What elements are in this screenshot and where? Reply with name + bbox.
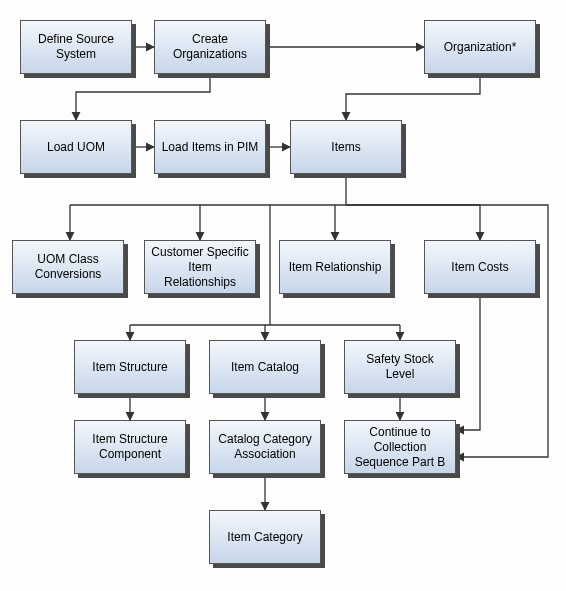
node-create-orgs: Create Organizations bbox=[154, 20, 266, 74]
node-catalog-category-association: Catalog Category Association bbox=[209, 420, 321, 474]
label: Item Relationship bbox=[289, 260, 382, 275]
node-items: Items bbox=[290, 120, 402, 174]
label: Items bbox=[331, 140, 360, 155]
node-item-costs: Item Costs bbox=[424, 240, 536, 294]
label: Load Items in PIM bbox=[162, 140, 259, 155]
node-item-structure: Item Structure bbox=[74, 340, 186, 394]
label: Item Structure bbox=[92, 360, 167, 375]
node-customer-item-relationships: Customer Specific Item Relationships bbox=[144, 240, 256, 294]
node-define-source-system: Define Source System bbox=[20, 20, 132, 74]
label: Load UOM bbox=[47, 140, 105, 155]
label: Organization* bbox=[444, 40, 517, 55]
node-item-catalog: Item Catalog bbox=[209, 340, 321, 394]
node-continue-part-b: Continue to Collection Sequence Part B bbox=[344, 420, 456, 474]
label: UOM Class Conversions bbox=[19, 252, 117, 282]
node-safety-stock: Safety Stock Level bbox=[344, 340, 456, 394]
label: Item Structure Component bbox=[81, 432, 179, 462]
label: Item Category bbox=[227, 530, 302, 545]
label: Create Organizations bbox=[161, 32, 259, 62]
label: Safety Stock Level bbox=[351, 352, 449, 382]
label: Catalog Category Association bbox=[216, 432, 314, 462]
node-item-category: Item Category bbox=[209, 510, 321, 564]
label: Customer Specific Item Relationships bbox=[151, 245, 249, 290]
node-item-relationship: Item Relationship bbox=[279, 240, 391, 294]
label: Continue to Collection Sequence Part B bbox=[351, 425, 449, 470]
node-uom-class-conversions: UOM Class Conversions bbox=[12, 240, 124, 294]
label: Item Costs bbox=[451, 260, 508, 275]
label: Item Catalog bbox=[231, 360, 299, 375]
node-load-uom: Load UOM bbox=[20, 120, 132, 174]
node-item-structure-component: Item Structure Component bbox=[74, 420, 186, 474]
node-load-items-pim: Load Items in PIM bbox=[154, 120, 266, 174]
node-organization: Organization* bbox=[424, 20, 536, 74]
label: Define Source System bbox=[27, 32, 125, 62]
